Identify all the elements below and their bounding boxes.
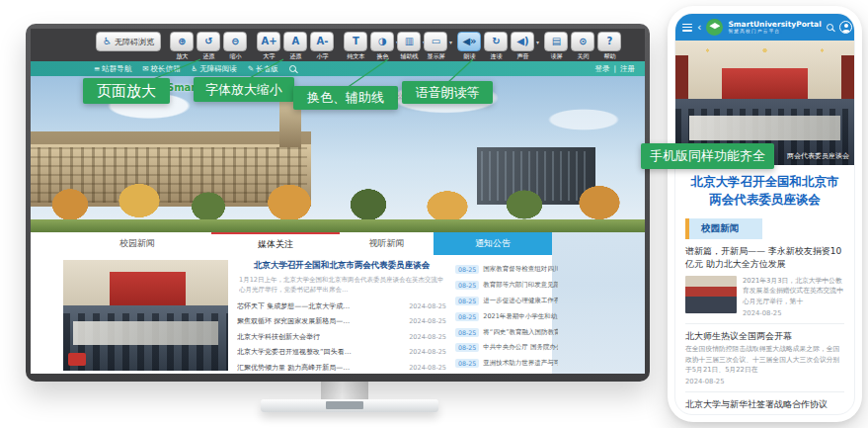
brand-subtitle: 智慧高校门户云平台 [728, 29, 821, 34]
news-body: 北京大学召开全国和北京市两会代表委员座谈会 1月12日上午，北京大学全国和北京市… [31, 255, 552, 374]
subnav-label: 长者版 [256, 64, 278, 74]
news-item-title: 芯怀天下 集成梦想——北京大学成… [237, 301, 350, 311]
mobile-article: 北京大学与新华社签署战略合作协议 [675, 398, 854, 412]
chevron-down-icon[interactable]: ▾ [536, 39, 539, 45]
toolbar-group-font-size: A+大字 A还原 A-小字 [256, 32, 336, 62]
toolbar-button-close[interactable]: ⊙关闭 [570, 32, 596, 62]
monitor-icon: ▭ [424, 32, 447, 51]
button-label: 帮助 [598, 53, 621, 61]
notice-item[interactable]: 08-25亚洲技术助力世界遗产与可持… [455, 356, 558, 372]
monitor-stand-slot [326, 401, 363, 409]
mobile-brand: SmartUniversityPortal 智慧高校门户云平台 [728, 21, 821, 35]
toolbar-button-zoom-in[interactable]: ⊕放大 [169, 32, 196, 62]
photo-red-screen [722, 68, 808, 100]
register-link[interactable]: 注册 [620, 64, 635, 74]
toolbar-button-read-aloud[interactable]: ◀»朗读 [456, 32, 483, 62]
user-avatar-icon[interactable] [839, 21, 852, 34]
hero-autumn-trees [31, 171, 645, 224]
login-link[interactable]: 登录 [594, 64, 609, 74]
subnav-site-navigation[interactable]: ≡站群导航 [94, 64, 131, 74]
plain-text-icon: T [344, 32, 367, 51]
toolbar-button-plain-text[interactable]: T纯文本 [343, 32, 369, 62]
notice-item[interactable]: 08-252021年暑期中小学生和幼儿 [455, 308, 558, 324]
news-photo[interactable] [63, 260, 228, 371]
toolbar-button-display-screen[interactable]: ▭▾显示屏 [423, 32, 449, 62]
button-label: 还原 [284, 53, 307, 61]
news-list-item[interactable]: 汇聚优势倾力量 勠力高峰开新局—…2024-08-25 [237, 360, 446, 374]
toolbar-button-color-scheme[interactable]: ◑▾换色 [369, 32, 396, 62]
toolbar-group-system: ▤读屏 ⊙关闭 ?帮助 [543, 32, 623, 62]
search-icon[interactable] [827, 24, 833, 31]
hero-lawn [31, 219, 645, 232]
notice-item[interactable]: 08-25教育部等六部门印发意见部署… [455, 278, 558, 294]
tab-notices[interactable]: 通知公告 [434, 232, 552, 255]
mobile-screen: ‹ SmartUniversityPortal 智慧高校门户云平台 两会代表委员… [674, 13, 855, 415]
notice-text: 将“四史”教育融入国防教育中 [483, 328, 558, 337]
article-title[interactable]: 北大师生热议全国两会开幕 [685, 330, 844, 344]
article-title[interactable]: 谱新篇，开新局—— 李永新校友捐资10亿元 助力北大全方位发展 [685, 245, 844, 272]
button-label: 显示屏 [425, 53, 447, 61]
toolbar-button-font-smaller[interactable]: A-小字 [309, 32, 336, 62]
subnav-label: 校长信箱 [151, 64, 181, 74]
notice-text: 2021年暑期中小学生和幼儿 [483, 312, 558, 321]
toolbar-button-voice-sound[interactable]: ◀)▾声音 [510, 32, 536, 62]
article-date: 2024-08-25 [685, 378, 844, 385]
toolbar-button-guide-line[interactable]: ▥▾辅助线 [396, 32, 423, 62]
search-icon[interactable] [289, 65, 296, 72]
subnav-president-mailbox[interactable]: ✉校长信箱 [142, 64, 180, 74]
tab-campus-news[interactable]: 校园新闻 [63, 232, 211, 255]
news-list-item[interactable]: 北京大学科技创新大会举行2024-08-25 [237, 329, 446, 345]
toolbar-group-display: T纯文本 ◑▾换色 ▥▾辅助线 ▭▾显示屏 [343, 32, 449, 62]
toolbar-button-continuous-read[interactable]: ↻连读 [483, 32, 510, 62]
font-restore-icon: A [283, 32, 307, 51]
volume-icon: ◀) [511, 32, 534, 51]
notice-date-badge: 08-25 [455, 265, 479, 274]
toolbar-button-page-restore[interactable]: ↺还原 [196, 32, 222, 62]
news-item-title: 北京大学党委召开巡视整改“回头看… [237, 347, 352, 357]
hamburger-menu-icon[interactable] [682, 24, 692, 32]
toolbar-button-font-larger[interactable]: A+大字 [256, 32, 282, 62]
chevron-down-icon[interactable]: ▾ [449, 39, 452, 45]
wheelchair-icon: ♿ [192, 64, 198, 73]
notice-date-badge: 08-25 [455, 328, 479, 337]
guide-line-icon: ▥ [397, 32, 421, 51]
notice-date-badge: 08-25 [455, 297, 479, 305]
subnav-accessible-reading[interactable]: ♿无障碍阅读 [192, 64, 237, 74]
mobile-article: 北大师生热议全国两会开幕 在全国疫情防控阻击战取得重大战略成果之际，全国政协十三… [675, 330, 854, 385]
notice-text: 亚洲技术助力世界遗产与可持… [483, 359, 558, 368]
notice-text: 中共中央办公厅 国务院办公… [483, 343, 558, 352]
notice-item[interactable]: 08-25进一步促进心理健康工作有效… [455, 294, 558, 309]
news-item-date: 2024-08-25 [409, 317, 446, 325]
news-list-item[interactable]: 聚焦双循环 探究国家发展新格局—…2024-08-25 [237, 313, 446, 329]
button-label: 还原 [197, 53, 220, 61]
photo-logo-badge [68, 353, 86, 366]
auth-links: 登录 | 注册 [594, 64, 635, 74]
back-chevron-icon[interactable]: ‹ [697, 22, 701, 33]
button-label: 缩小 [224, 53, 247, 61]
toolbar-button-font-restore[interactable]: A还原 [282, 32, 309, 62]
desktop-screen: ♿ 无障碍浏览 ⊕放大 ↺还原 ⊖缩小 A+大字 A还原 A-小字 T纯文本 ◑… [31, 29, 645, 374]
toolbar-button-help[interactable]: ?帮助 [596, 32, 623, 62]
notice-item[interactable]: 08-25中共中央办公厅 国务院办公… [455, 340, 558, 356]
mobile-headline[interactable]: 北京大学召开全国和北京市两会代表委员座谈会 [675, 165, 854, 213]
accessibility-browse-button[interactable]: ♿ 无障碍浏览 [96, 32, 161, 51]
tab-media-focus[interactable]: 媒体关注 [211, 232, 340, 255]
article-title[interactable]: 北京大学与新华社签署战略合作协议 [685, 398, 844, 412]
news-headline[interactable]: 北京大学召开全国和北京市两会代表委员座谈会 [237, 260, 446, 272]
refresh-icon: ↻ [484, 32, 508, 51]
subnav-elder-version[interactable]: ✎长者版 [248, 64, 278, 74]
news-list-item[interactable]: 芯怀天下 集成梦想——北京大学成…2024-08-25 [237, 299, 446, 314]
button-label: 大字 [258, 53, 280, 61]
toolbar-group-speech: ◀»朗读 ↻连读 ◀)▾声音 [456, 32, 536, 62]
mail-icon: ✉ [142, 64, 148, 73]
font-smaller-icon: A- [310, 32, 334, 51]
toolbar-button-zoom-out[interactable]: ⊖缩小 [222, 32, 249, 62]
article-thumbnail[interactable] [685, 276, 737, 313]
section-campus-news[interactable]: 校园新闻 [685, 218, 762, 239]
tab-video-news[interactable]: 视听新闻 [340, 232, 434, 255]
news-list-item[interactable]: 北京大学党委召开巡视整改“回头看…2024-08-25 [237, 345, 446, 361]
notice-item[interactable]: 08-25将“四史”教育融入国防教育中 [455, 324, 558, 340]
toolbar-button-screen-reader[interactable]: ▤读屏 [543, 32, 570, 62]
notice-item[interactable]: 08-25国家教育督导检查组对四川省… [455, 262, 558, 278]
mobile-header: ‹ SmartUniversityPortal 智慧高校门户云平台 [675, 14, 854, 41]
